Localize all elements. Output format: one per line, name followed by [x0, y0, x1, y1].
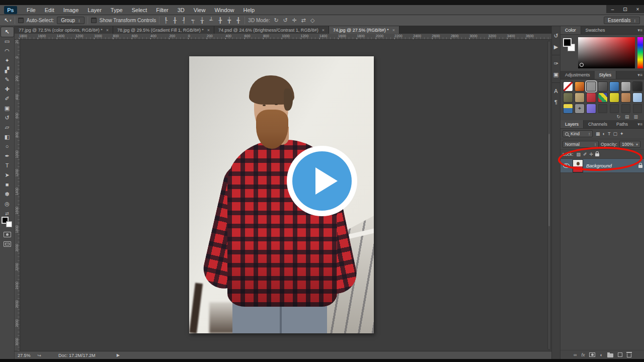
menu-image[interactable]: Image — [59, 6, 84, 14]
opacity-field[interactable]: 100% ▾ — [619, 141, 640, 148]
tool-preset-picker[interactable]: ↖ ▾ — [4, 17, 12, 24]
mode-icon-0[interactable]: ↻ — [273, 17, 280, 24]
menu-file[interactable]: File — [22, 6, 40, 14]
hue-slider[interactable] — [637, 37, 643, 68]
layer-thumbnail[interactable] — [573, 159, 583, 172]
document-tab-2[interactable]: 74.psd @ 24.6% (Brightness/Contrast 1, R… — [214, 26, 329, 34]
panel-menu-icon[interactable]: ▾≡ — [637, 120, 644, 128]
style-swatch-7[interactable] — [564, 93, 573, 102]
quick-mask-button[interactable] — [4, 232, 11, 237]
filter-kind-dropdown[interactable]: Kind ↕ — [562, 130, 593, 137]
style-swatch-11[interactable] — [610, 93, 619, 102]
new-group-icon[interactable] — [607, 353, 613, 357]
tab-channels[interactable]: Channels — [584, 120, 612, 128]
pen-tool[interactable]: ✒ — [1, 151, 14, 161]
menu-select[interactable]: Select — [127, 6, 152, 14]
style-swatch-0[interactable] — [564, 82, 573, 91]
style-swatch-9[interactable] — [587, 93, 596, 102]
lock-position-icon[interactable]: ✛ — [590, 152, 594, 157]
lock-all-icon[interactable] — [595, 153, 599, 156]
align-icon-1[interactable]: ╂ — [172, 17, 178, 24]
mode-icon-3[interactable]: ⇄ — [300, 17, 307, 24]
align-icon-0[interactable]: ┞ — [163, 17, 169, 24]
auto-select-scope-dropdown[interactable]: Group ↕ — [57, 17, 84, 24]
eraser-tool[interactable]: ▱ — [1, 123, 14, 132]
path-selection-tool[interactable]: ➤ — [1, 170, 14, 180]
minimize-button[interactable]: – — [606, 5, 619, 13]
menu-3d[interactable]: 3D — [173, 6, 189, 14]
link-layers-icon[interactable]: ∞ — [574, 352, 577, 357]
character-panel-icon[interactable]: A — [554, 85, 557, 97]
close-tab-icon[interactable]: × — [322, 28, 325, 33]
document-tab-1[interactable]: 78.jpg @ 29.5% (Gradient Fill 1, RGB/8#)… — [113, 26, 214, 34]
style-swatch-14[interactable] — [564, 104, 573, 113]
panel-menu-icon[interactable]: ▾≡ — [637, 71, 644, 79]
mode-icon-4[interactable]: ◇ — [309, 17, 316, 24]
brush-tool[interactable]: ✐ — [1, 94, 14, 104]
style-swatch-5[interactable] — [621, 82, 630, 91]
menu-type[interactable]: Type — [106, 6, 127, 14]
tab-color[interactable]: Color — [560, 26, 581, 34]
tab-swatches[interactable]: Swatches — [581, 26, 610, 34]
delete-style-icon[interactable]: ▥ — [633, 114, 638, 119]
mode-icon-2[interactable]: ✛ — [291, 17, 298, 24]
paragraph-panel-icon[interactable]: ¶ — [554, 97, 557, 108]
foreground-background-swatches[interactable] — [562, 37, 576, 68]
align-icon-6[interactable]: ╊ — [217, 17, 223, 24]
tab-layers[interactable]: Layers — [560, 120, 584, 128]
foreground-background-colors[interactable] — [2, 217, 13, 228]
align-icon-5[interactable]: ┵ — [208, 17, 214, 24]
close-button[interactable]: × — [631, 5, 644, 13]
move-tool[interactable]: ↖ — [1, 27, 14, 37]
close-tab-icon[interactable]: × — [207, 28, 210, 33]
filter-icon-1[interactable]: ◐ — [603, 131, 605, 136]
style-swatch-16[interactable] — [587, 104, 596, 113]
filter-icon-2[interactable]: T — [608, 131, 611, 136]
style-swatch-1[interactable] — [575, 82, 584, 91]
menu-filter[interactable]: Filter — [151, 6, 173, 14]
document-canvas[interactable] — [189, 56, 374, 333]
restore-button[interactable]: ⊡ — [619, 5, 631, 13]
load-styles-icon[interactable]: ↻ — [616, 114, 620, 119]
show-transform-checkbox[interactable] — [91, 18, 97, 23]
align-icon-8[interactable]: ╉ — [235, 17, 242, 24]
adjustment-layer-icon[interactable]: ◐ — [600, 352, 602, 357]
align-icon-4[interactable]: ╁ — [199, 17, 205, 24]
menu-window[interactable]: Window — [210, 6, 238, 14]
tab-styles[interactable]: Styles — [595, 71, 617, 79]
auto-select-checkbox[interactable] — [18, 18, 24, 23]
saturation-brightness-box[interactable] — [578, 37, 635, 68]
blend-mode-dropdown[interactable]: Normal ↕ — [562, 141, 599, 148]
clone-stamp-tool[interactable]: ▣ — [1, 104, 14, 113]
style-swatch-18[interactable] — [610, 104, 619, 113]
style-swatch-12[interactable] — [621, 93, 630, 102]
filter-icon-4[interactable]: ✦ — [620, 131, 624, 136]
menu-help[interactable]: Help — [239, 6, 260, 14]
document-tab-3[interactable]: 74.jpg @ 27.5% (RGB/8#) *× — [329, 26, 399, 34]
style-swatch-6[interactable] — [633, 82, 642, 91]
menu-view[interactable]: View — [189, 6, 210, 14]
spot-healing-brush-tool[interactable]: ✚ — [1, 84, 14, 94]
rectangle-tool[interactable]: ■ — [1, 180, 14, 190]
lasso-tool[interactable]: ◠ — [1, 46, 14, 56]
tab-adjustments[interactable]: Adjustments — [560, 71, 595, 79]
gradient-tool[interactable]: ◧ — [1, 132, 14, 142]
style-swatch-20[interactable] — [633, 104, 642, 113]
close-tab-icon[interactable]: × — [392, 28, 395, 33]
visibility-eye-icon[interactable] — [563, 163, 570, 168]
eyedropper-tool[interactable]: ✎ — [1, 75, 14, 84]
style-swatch-10[interactable] — [598, 93, 607, 102]
history-panel-icon[interactable]: ↺ — [553, 30, 558, 41]
vertical-scrollbar[interactable] — [547, 41, 551, 350]
quick-selection-tool[interactable]: ✦ — [1, 56, 14, 65]
new-layer-icon[interactable] — [618, 352, 622, 357]
menu-edit[interactable]: Edit — [40, 6, 59, 14]
style-swatch-3[interactable] — [598, 82, 607, 91]
hand-tool[interactable]: ✽ — [1, 190, 14, 199]
style-swatch-13[interactable] — [633, 93, 642, 102]
align-icon-7[interactable]: ╈ — [226, 17, 232, 24]
zoom-tool[interactable]: ◎ — [1, 199, 14, 209]
style-swatch-17[interactable] — [598, 104, 607, 113]
align-icon-2[interactable]: ┦ — [181, 17, 187, 24]
layer-style-fx-icon[interactable]: fx — [581, 352, 585, 357]
